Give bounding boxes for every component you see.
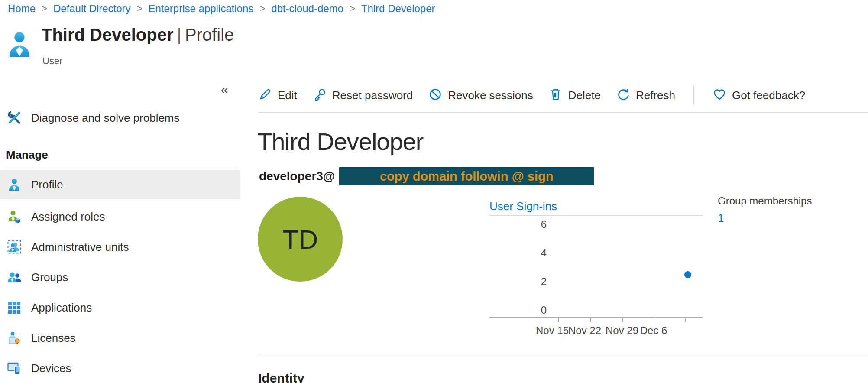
command-toolbar: Edit Reset password Revoke sessions [258, 84, 805, 107]
pencil-icon [258, 88, 272, 103]
refresh-icon [616, 88, 630, 103]
sidebar-item-label: Administrative units [31, 240, 129, 254]
user-display-name: Third Developer [257, 127, 423, 156]
section-divider [258, 354, 868, 354]
user-sign-ins-chart: User Sign-ins 6420Nov 15Nov 22Nov 29Dec … [489, 200, 703, 347]
breadcrumb-home[interactable]: Home [8, 3, 36, 15]
sidebar-item-diagnose[interactable]: Diagnose and solve problems [0, 103, 240, 133]
sidebar-item-label: Applications [31, 301, 92, 315]
sidebar-section-manage: Manage [6, 148, 48, 162]
y-axis-tick-label: 0 [524, 304, 547, 316]
got-feedback-button[interactable]: Got feedback? [713, 88, 805, 103]
got-feedback-label: Got feedback? [732, 89, 805, 102]
sidebar-item-label: Diagnose and solve problems [31, 111, 180, 125]
sidebar-item-label: Licenses [31, 331, 76, 345]
sidebar-item-groups[interactable]: Groups [0, 263, 240, 292]
x-axis-tick-label: Nov 29 [606, 325, 638, 337]
page-title-separator: | [174, 25, 185, 44]
user-icon [7, 30, 32, 60]
breadcrumb-enterprise-applications[interactable]: Enterprise applications [148, 3, 253, 15]
sidebar-item-profile[interactable]: Profile [0, 170, 240, 199]
heart-icon [713, 88, 726, 103]
domain-redaction-overlay: copy domain followin @ sign [339, 167, 594, 185]
sidebar-item-licenses[interactable]: Licenses [0, 323, 240, 353]
refresh-button[interactable]: Refresh [616, 88, 675, 103]
sidebar-item-applications[interactable]: Applications [0, 293, 240, 322]
sidebar-item-label: Groups [31, 271, 68, 284]
sidebar-item-label: Devices [31, 362, 71, 375]
reset-password-label: Reset password [332, 89, 413, 102]
block-icon [428, 88, 442, 103]
toolbar-separator [693, 86, 694, 104]
breadcrumb-separator: > [350, 3, 355, 14]
avatar-initials: TD [282, 224, 318, 255]
x-axis-tick [685, 317, 686, 322]
group-memberships-count-link[interactable]: 1 [718, 211, 812, 225]
x-axis-tick-label: Nov 22 [568, 325, 601, 337]
trash-icon [549, 88, 563, 103]
reset-password-button[interactable]: Reset password [313, 88, 413, 103]
chart-title-divider [489, 215, 703, 216]
key-icon [313, 88, 327, 103]
group-memberships-panel: Group memberships 1 [718, 195, 812, 225]
page-title: Third Developer|Profile [42, 25, 234, 45]
licenses-icon [7, 331, 22, 345]
delete-button[interactable]: Delete [549, 88, 601, 103]
x-axis-tick-label: Nov 15 [536, 325, 569, 337]
breadcrumb-dbt-cloud-demo[interactable]: dbt-cloud-demo [271, 3, 343, 15]
x-axis-tick [590, 317, 591, 322]
page-title-name: Third Developer [42, 25, 174, 44]
revoke-sessions-button[interactable]: Revoke sessions [428, 88, 533, 103]
assigned-roles-icon [7, 209, 22, 224]
breadcrumb-separator: > [42, 3, 47, 14]
devices-icon [7, 361, 22, 376]
delete-label: Delete [568, 89, 601, 102]
groups-icon [7, 270, 22, 285]
x-axis-tick [622, 317, 623, 322]
breadcrumb-third-developer[interactable]: Third Developer [361, 3, 435, 15]
identity-section-title: Identity [258, 371, 304, 383]
breadcrumb: Home > Default Directory > Enterprise ap… [8, 3, 435, 15]
user-sign-ins-link[interactable]: User Sign-ins [489, 200, 557, 213]
y-axis-tick-label: 2 [524, 276, 547, 288]
revoke-sessions-label: Revoke sessions [448, 89, 533, 102]
azure-portal-user-profile-page: Home > Default Directory > Enterprise ap… [0, 0, 868, 383]
group-memberships-label: Group memberships [718, 195, 812, 207]
breadcrumb-default-directory[interactable]: Default Directory [53, 3, 131, 15]
x-axis-line [489, 317, 703, 318]
sidebar-item-label: Profile [31, 178, 63, 192]
refresh-label: Refresh [636, 89, 675, 102]
sidebar-divider [3, 169, 237, 169]
sign-ins-data-point [684, 271, 691, 278]
sidebar-item-assigned-roles[interactable]: Assigned roles [0, 202, 240, 231]
applications-grid-icon [7, 300, 22, 315]
sidebar-item-administrative-units[interactable]: Administrative units [0, 232, 240, 262]
sidebar-item-label: Assigned roles [31, 210, 105, 224]
breadcrumb-separator: > [137, 3, 143, 14]
x-axis-tick-label: Dec 6 [640, 325, 667, 337]
y-axis-tick-label: 6 [524, 218, 547, 230]
sidebar-collapse-button[interactable]: « [221, 83, 228, 96]
troubleshoot-icon [7, 110, 22, 125]
x-axis-tick [558, 317, 559, 322]
y-axis-tick-label: 4 [524, 247, 547, 259]
page-title-blade: Profile [185, 25, 234, 44]
edit-button[interactable]: Edit [258, 88, 297, 103]
avatar: TD [258, 197, 343, 282]
administrative-units-icon [7, 240, 22, 254]
breadcrumb-separator: > [259, 3, 265, 14]
x-axis-tick [654, 317, 654, 322]
edit-label: Edit [278, 89, 297, 102]
username-prefix: developer3@ [259, 169, 335, 183]
toolbar-divider [258, 112, 868, 113]
sidebar-item-devices[interactable]: Devices [0, 354, 240, 383]
profile-person-icon [7, 177, 22, 192]
object-type-label: User [42, 55, 62, 67]
user-principal-name: developer3@ copy domain followin @ sign [259, 167, 594, 185]
